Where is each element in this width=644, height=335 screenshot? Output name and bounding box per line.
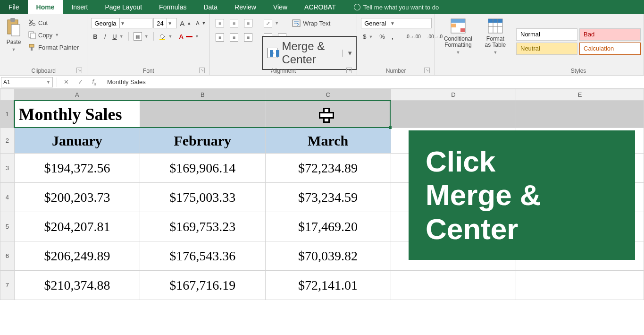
tab-file[interactable]: File — [0, 0, 28, 14]
font-launcher[interactable]: ↘ — [199, 68, 205, 73]
tab-data[interactable]: Data — [195, 0, 226, 14]
cell-a5[interactable]: $204,207.81 — [14, 212, 140, 241]
increase-font-button[interactable]: A▲ — [178, 18, 193, 28]
cut-button[interactable]: Cut — [26, 18, 81, 27]
row-header-5[interactable]: 5 — [0, 212, 15, 241]
worksheet[interactable]: A B C D E 1 Monthly Sales 2 January Febr… — [0, 89, 644, 300]
cell-a3[interactable]: $194,372.56 — [14, 154, 140, 183]
orientation-button[interactable]: ⤢▼ — [262, 18, 281, 28]
increase-decimal-button[interactable]: .0→.00 — [404, 33, 423, 40]
insert-function-button[interactable]: fx — [89, 78, 100, 86]
cell-b5[interactable]: $169,753.23 — [140, 212, 265, 241]
merge-center-dropdown[interactable]: ▼ — [343, 50, 351, 57]
cell-a7[interactable]: $210,374.88 — [14, 271, 140, 300]
col-header-e[interactable]: E — [516, 89, 644, 101]
row-header-7[interactable]: 7 — [0, 271, 15, 300]
accounting-button[interactable]: $▼ — [361, 32, 375, 41]
cell-c5[interactable]: $17,469.20 — [265, 212, 391, 241]
cell-a1[interactable]: Monthly Sales — [14, 101, 140, 128]
cell-d7[interactable] — [391, 271, 516, 300]
style-normal[interactable]: Normal — [516, 28, 577, 41]
format-painter-button[interactable]: Format Painter — [26, 43, 81, 52]
percent-button[interactable]: % — [377, 32, 387, 41]
align-middle-button[interactable]: ≡ — [228, 18, 240, 28]
row-header-4[interactable]: 4 — [0, 183, 15, 212]
name-box[interactable]: A1 ▼ — [1, 77, 53, 87]
font-name-combo[interactable]: Georgia▼ — [91, 18, 152, 28]
tab-insert[interactable]: Insert — [63, 0, 96, 14]
row-header-3[interactable]: 3 — [0, 154, 15, 183]
cell-b7[interactable]: $167,716.19 — [140, 271, 265, 300]
svg-rect-6 — [31, 33, 35, 39]
cell-b4[interactable]: $175,003.33 — [140, 183, 265, 212]
select-all-corner[interactable] — [0, 89, 15, 101]
font-color-button[interactable]: A▼ — [177, 32, 201, 41]
align-left-button[interactable]: ≡ — [214, 32, 226, 43]
col-header-b[interactable]: B — [140, 89, 265, 101]
align-center-button[interactable]: ≡ — [228, 32, 240, 43]
col-header-a[interactable]: A — [14, 89, 140, 101]
cell-a4[interactable]: $200,203.73 — [14, 183, 140, 212]
svg-rect-2 — [11, 25, 20, 36]
align-right-button[interactable]: ≡ — [242, 32, 254, 43]
cell-styles-gallery[interactable]: Normal Bad Neutral Calculation — [516, 28, 641, 55]
number-format-combo[interactable]: General▼ — [361, 18, 432, 28]
fill-color-button[interactable]: ▼ — [157, 32, 175, 41]
copy-button[interactable]: Copy ▼ — [26, 30, 81, 40]
enter-formula-button[interactable]: ✓ — [75, 78, 85, 86]
cell-b6[interactable]: $176,543.36 — [140, 241, 265, 271]
col-header-c[interactable]: C — [265, 89, 391, 101]
cell-c2[interactable]: March — [265, 128, 391, 154]
style-calculation[interactable]: Calculation — [579, 43, 641, 55]
font-size-value: 24 — [154, 20, 166, 27]
cell-e7[interactable] — [516, 271, 644, 300]
cell-c4[interactable]: $73,234.59 — [265, 183, 391, 212]
cell-a2[interactable]: January — [14, 128, 140, 154]
decrease-font-button[interactable]: A▼ — [194, 19, 208, 27]
selection-handle[interactable] — [389, 126, 392, 129]
cell-c3[interactable]: $72,234.89 — [265, 154, 391, 183]
cell-b1[interactable] — [140, 101, 265, 128]
number-launcher[interactable]: ↘ — [424, 68, 430, 73]
cell-e1[interactable] — [516, 101, 644, 128]
align-bottom-button[interactable]: ≡ — [242, 18, 254, 28]
cell-b3[interactable]: $169,906.14 — [140, 154, 265, 183]
font-size-combo[interactable]: 24▼ — [153, 18, 177, 28]
comma-button[interactable]: , — [390, 32, 395, 41]
cell-c6[interactable]: $70,039.82 — [265, 241, 391, 271]
borders-button[interactable]: ▦▼ — [132, 31, 151, 42]
tab-view[interactable]: View — [265, 0, 296, 14]
format-painter-icon — [28, 43, 36, 51]
tab-page-layout[interactable]: Page Layout — [96, 0, 151, 14]
cell-a6[interactable]: $206,249.89 — [14, 241, 140, 271]
bold-button[interactable]: B — [91, 32, 99, 41]
tell-me[interactable]: Tell me what you want to do — [344, 0, 439, 14]
format-as-table-button[interactable]: Format as Table ▼ — [480, 16, 510, 57]
tab-home[interactable]: Home — [28, 0, 63, 14]
row-header-2[interactable]: 2 — [0, 128, 15, 154]
style-bad[interactable]: Bad — [579, 28, 641, 41]
cell-b2[interactable]: February — [140, 128, 265, 154]
cell-d1[interactable] — [391, 101, 516, 128]
cell-c7[interactable]: $72,141.01 — [265, 271, 391, 300]
align-top-button[interactable]: ≡ — [214, 18, 226, 28]
tab-formulas[interactable]: Formulas — [151, 0, 195, 14]
row-header-1[interactable]: 1 — [0, 101, 15, 128]
conditional-formatting-icon — [450, 18, 466, 34]
wrap-text-button[interactable]: Wrap Text — [290, 18, 332, 28]
alignment-launcher[interactable]: ↘ — [346, 68, 352, 73]
cell-c1[interactable] — [265, 101, 391, 128]
italic-button[interactable]: I — [102, 32, 108, 41]
cancel-formula-button[interactable]: ✕ — [61, 78, 71, 86]
conditional-formatting-button[interactable]: Conditional Formatting ▼ — [438, 16, 478, 57]
tab-review[interactable]: Review — [226, 0, 265, 14]
clipboard-launcher[interactable]: ↘ — [76, 68, 82, 73]
paste-button[interactable]: Paste ▼ — [3, 16, 25, 54]
formula-input[interactable]: Monthly Sales — [103, 78, 643, 86]
row-header-6[interactable]: 6 — [0, 241, 15, 271]
style-neutral[interactable]: Neutral — [516, 43, 577, 55]
tab-acrobat[interactable]: ACROBAT — [296, 0, 344, 14]
merge-center-button[interactable]: Merge & Center ▼ — [262, 36, 357, 70]
col-header-d[interactable]: D — [391, 89, 516, 101]
underline-button[interactable]: U▼ — [110, 32, 125, 41]
